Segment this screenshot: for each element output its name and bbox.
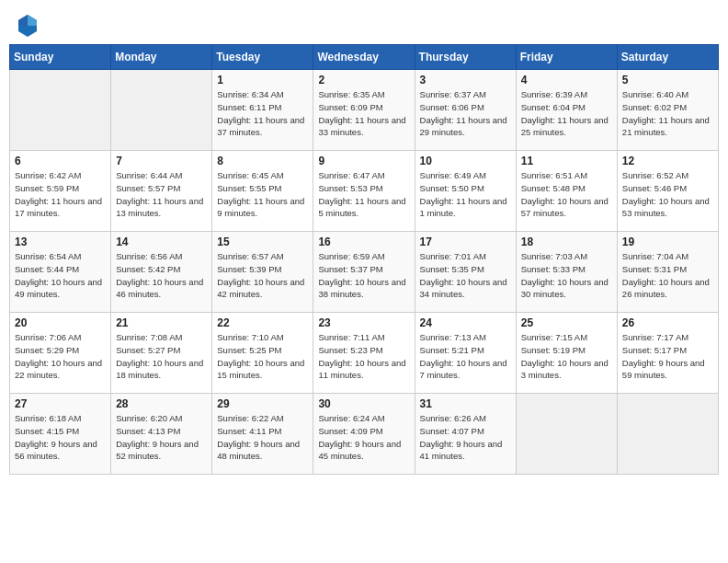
day-cell: 13Sunrise: 6:54 AM Sunset: 5:44 PM Dayli… [10, 232, 111, 313]
day-number: 3 [420, 74, 511, 86]
day-info: Sunrise: 6:49 AM Sunset: 5:50 PM Dayligh… [420, 169, 511, 220]
day-cell: 30Sunrise: 6:24 AM Sunset: 4:09 PM Dayli… [313, 394, 415, 475]
day-cell: 26Sunrise: 7:17 AM Sunset: 5:17 PM Dayli… [617, 313, 718, 394]
day-number: 29 [217, 397, 308, 410]
day-number: 18 [521, 236, 612, 248]
day-info: Sunrise: 6:54 AM Sunset: 5:44 PM Dayligh… [15, 250, 106, 301]
day-cell: 1Sunrise: 6:34 AM Sunset: 6:11 PM Daylig… [212, 70, 313, 151]
day-number: 23 [318, 316, 409, 329]
logo [17, 13, 40, 39]
calendar-table: SundayMondayTuesdayWednesdayThursdayFrid… [9, 44, 719, 475]
day-cell: 22Sunrise: 7:10 AM Sunset: 5:25 PM Dayli… [212, 313, 313, 394]
day-number: 31 [420, 397, 511, 410]
svg-marker-1 [28, 15, 37, 26]
day-info: Sunrise: 6:40 AM Sunset: 6:02 PM Dayligh… [622, 88, 713, 139]
header-monday: Monday [111, 45, 212, 70]
day-info: Sunrise: 6:18 AM Sunset: 4:15 PM Dayligh… [15, 412, 106, 463]
header-wednesday: Wednesday [313, 45, 415, 70]
day-cell: 3Sunrise: 6:37 AM Sunset: 6:06 PM Daylig… [415, 70, 516, 151]
day-number: 10 [420, 155, 511, 167]
day-number: 24 [420, 316, 511, 329]
day-cell: 23Sunrise: 7:11 AM Sunset: 5:23 PM Dayli… [313, 313, 415, 394]
day-info: Sunrise: 7:17 AM Sunset: 5:17 PM Dayligh… [622, 331, 713, 382]
day-cell: 11Sunrise: 6:51 AM Sunset: 5:48 PM Dayli… [516, 151, 617, 232]
day-cell: 17Sunrise: 7:01 AM Sunset: 5:35 PM Dayli… [415, 232, 516, 313]
day-info: Sunrise: 6:52 AM Sunset: 5:46 PM Dayligh… [622, 169, 713, 220]
day-info: Sunrise: 6:44 AM Sunset: 5:57 PM Dayligh… [116, 169, 207, 220]
day-cell: 2Sunrise: 6:35 AM Sunset: 6:09 PM Daylig… [313, 70, 415, 151]
day-number: 22 [217, 316, 308, 329]
header-friday: Friday [516, 45, 617, 70]
calendar-body: 1Sunrise: 6:34 AM Sunset: 6:11 PM Daylig… [10, 70, 719, 475]
day-info: Sunrise: 6:47 AM Sunset: 5:53 PM Dayligh… [318, 169, 409, 220]
day-number: 28 [116, 397, 207, 410]
day-number: 5 [622, 74, 713, 86]
calendar-header-row: SundayMondayTuesdayWednesdayThursdayFrid… [10, 45, 719, 70]
day-cell: 14Sunrise: 6:56 AM Sunset: 5:42 PM Dayli… [111, 232, 212, 313]
day-number: 7 [116, 155, 207, 167]
day-number: 2 [318, 74, 409, 86]
day-number: 6 [15, 155, 106, 167]
header-sunday: Sunday [10, 45, 111, 70]
day-cell: 20Sunrise: 7:06 AM Sunset: 5:29 PM Dayli… [10, 313, 111, 394]
day-number: 17 [420, 236, 511, 248]
day-info: Sunrise: 6:26 AM Sunset: 4:07 PM Dayligh… [420, 412, 511, 463]
day-number: 30 [318, 397, 409, 410]
day-cell: 5Sunrise: 6:40 AM Sunset: 6:02 PM Daylig… [617, 70, 718, 151]
day-cell: 21Sunrise: 7:08 AM Sunset: 5:27 PM Dayli… [111, 313, 212, 394]
day-cell: 10Sunrise: 6:49 AM Sunset: 5:50 PM Dayli… [415, 151, 516, 232]
day-cell: 25Sunrise: 7:15 AM Sunset: 5:19 PM Dayli… [516, 313, 617, 394]
day-number: 1 [217, 74, 308, 86]
day-info: Sunrise: 7:13 AM Sunset: 5:21 PM Dayligh… [420, 331, 511, 382]
day-info: Sunrise: 6:57 AM Sunset: 5:39 PM Dayligh… [217, 250, 308, 301]
day-info: Sunrise: 7:08 AM Sunset: 5:27 PM Dayligh… [116, 331, 207, 382]
day-cell: 16Sunrise: 6:59 AM Sunset: 5:37 PM Dayli… [313, 232, 415, 313]
header-thursday: Thursday [415, 45, 516, 70]
day-number: 16 [318, 236, 409, 248]
day-number: 4 [521, 74, 612, 86]
day-cell: 4Sunrise: 6:39 AM Sunset: 6:04 PM Daylig… [516, 70, 617, 151]
week-row-1: 1Sunrise: 6:34 AM Sunset: 6:11 PM Daylig… [10, 70, 719, 151]
day-info: Sunrise: 6:34 AM Sunset: 6:11 PM Dayligh… [217, 88, 308, 139]
day-cell: 27Sunrise: 6:18 AM Sunset: 4:15 PM Dayli… [10, 394, 111, 475]
day-info: Sunrise: 7:06 AM Sunset: 5:29 PM Dayligh… [15, 331, 106, 382]
day-cell: 24Sunrise: 7:13 AM Sunset: 5:21 PM Dayli… [415, 313, 516, 394]
header-tuesday: Tuesday [212, 45, 313, 70]
day-info: Sunrise: 7:04 AM Sunset: 5:31 PM Dayligh… [622, 250, 713, 301]
day-cell: 18Sunrise: 7:03 AM Sunset: 5:33 PM Dayli… [516, 232, 617, 313]
day-cell [617, 394, 718, 475]
day-number: 26 [622, 316, 713, 329]
week-row-2: 6Sunrise: 6:42 AM Sunset: 5:59 PM Daylig… [10, 151, 719, 232]
day-cell: 6Sunrise: 6:42 AM Sunset: 5:59 PM Daylig… [10, 151, 111, 232]
day-info: Sunrise: 6:51 AM Sunset: 5:48 PM Dayligh… [521, 169, 612, 220]
day-cell: 29Sunrise: 6:22 AM Sunset: 4:11 PM Dayli… [212, 394, 313, 475]
day-info: Sunrise: 7:15 AM Sunset: 5:19 PM Dayligh… [521, 331, 612, 382]
day-cell: 19Sunrise: 7:04 AM Sunset: 5:31 PM Dayli… [617, 232, 718, 313]
day-info: Sunrise: 6:35 AM Sunset: 6:09 PM Dayligh… [318, 88, 409, 139]
header-saturday: Saturday [617, 45, 718, 70]
header [0, 0, 728, 44]
day-cell: 8Sunrise: 6:45 AM Sunset: 5:55 PM Daylig… [212, 151, 313, 232]
day-number: 13 [15, 236, 106, 248]
day-info: Sunrise: 6:37 AM Sunset: 6:06 PM Dayligh… [420, 88, 511, 139]
day-number: 21 [116, 316, 207, 329]
day-number: 14 [116, 236, 207, 248]
day-number: 25 [521, 316, 612, 329]
week-row-3: 13Sunrise: 6:54 AM Sunset: 5:44 PM Dayli… [10, 232, 719, 313]
day-cell: 28Sunrise: 6:20 AM Sunset: 4:13 PM Dayli… [111, 394, 212, 475]
day-cell: 7Sunrise: 6:44 AM Sunset: 5:57 PM Daylig… [111, 151, 212, 232]
day-cell: 31Sunrise: 6:26 AM Sunset: 4:07 PM Dayli… [415, 394, 516, 475]
day-number: 9 [318, 155, 409, 167]
day-cell: 15Sunrise: 6:57 AM Sunset: 5:39 PM Dayli… [212, 232, 313, 313]
svg-marker-2 [18, 15, 28, 26]
day-info: Sunrise: 7:10 AM Sunset: 5:25 PM Dayligh… [217, 331, 308, 382]
day-info: Sunrise: 6:56 AM Sunset: 5:42 PM Dayligh… [116, 250, 207, 301]
day-number: 27 [15, 397, 106, 410]
day-number: 15 [217, 236, 308, 248]
day-number: 12 [622, 155, 713, 167]
logo-icon [17, 13, 39, 39]
week-row-5: 27Sunrise: 6:18 AM Sunset: 4:15 PM Dayli… [10, 394, 719, 475]
week-row-4: 20Sunrise: 7:06 AM Sunset: 5:29 PM Dayli… [10, 313, 719, 394]
day-cell [516, 394, 617, 475]
day-cell: 9Sunrise: 6:47 AM Sunset: 5:53 PM Daylig… [313, 151, 415, 232]
